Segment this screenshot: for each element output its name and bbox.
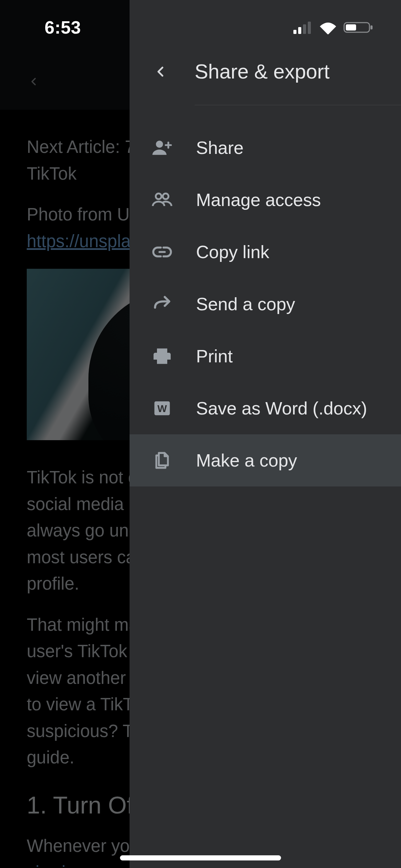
group-icon bbox=[147, 189, 177, 210]
menu-label: Copy link bbox=[196, 242, 269, 262]
menu-label: Print bbox=[196, 346, 233, 366]
send-arrow-icon bbox=[147, 293, 177, 315]
panel-back-button[interactable] bbox=[147, 63, 174, 80]
menu-item-send-copy[interactable]: Send a copy bbox=[130, 278, 401, 330]
svg-point-2 bbox=[163, 193, 169, 199]
svg-rect-5 bbox=[293, 30, 296, 34]
menu-label: Save as Word (.docx) bbox=[196, 398, 367, 419]
svg-rect-10 bbox=[346, 24, 356, 31]
divider bbox=[195, 105, 401, 105]
word-doc-icon: W bbox=[147, 399, 177, 418]
menu-label: Manage access bbox=[196, 190, 321, 210]
svg-rect-6 bbox=[298, 27, 301, 34]
menu-item-make-a-copy[interactable]: Make a copy bbox=[130, 434, 401, 486]
menu-item-print[interactable]: Print bbox=[130, 330, 401, 382]
svg-rect-8 bbox=[308, 22, 311, 34]
menu-item-manage-access[interactable]: Manage access bbox=[130, 174, 401, 226]
svg-rect-11 bbox=[370, 25, 373, 29]
link-icon bbox=[147, 241, 177, 263]
menu-item-copy-link[interactable]: Copy link bbox=[130, 226, 401, 278]
status-bar: 6:53 bbox=[0, 0, 401, 55]
share-export-panel: Share & export Share Manage access bbox=[130, 0, 401, 868]
cellular-icon bbox=[293, 21, 313, 34]
menu-item-share[interactable]: Share bbox=[130, 122, 401, 174]
person-add-icon bbox=[147, 137, 177, 158]
menu-label: Send a copy bbox=[196, 294, 295, 314]
menu-label: Make a copy bbox=[196, 450, 297, 471]
status-time: 6:53 bbox=[45, 17, 81, 38]
wifi-icon bbox=[319, 21, 337, 34]
svg-rect-7 bbox=[303, 24, 306, 34]
menu-list: Share Manage access Copy link Send a cop… bbox=[130, 111, 401, 486]
status-right bbox=[293, 21, 374, 34]
panel-title: Share & export bbox=[195, 60, 330, 83]
home-indicator[interactable] bbox=[120, 855, 281, 860]
print-icon bbox=[147, 346, 177, 366]
svg-point-0 bbox=[156, 141, 163, 148]
battery-icon bbox=[343, 21, 374, 34]
copy-icon bbox=[147, 450, 177, 470]
svg-text:W: W bbox=[157, 403, 167, 414]
menu-item-save-as-word[interactable]: W Save as Word (.docx) bbox=[130, 382, 401, 434]
menu-label: Share bbox=[196, 137, 244, 158]
svg-point-1 bbox=[156, 193, 161, 199]
